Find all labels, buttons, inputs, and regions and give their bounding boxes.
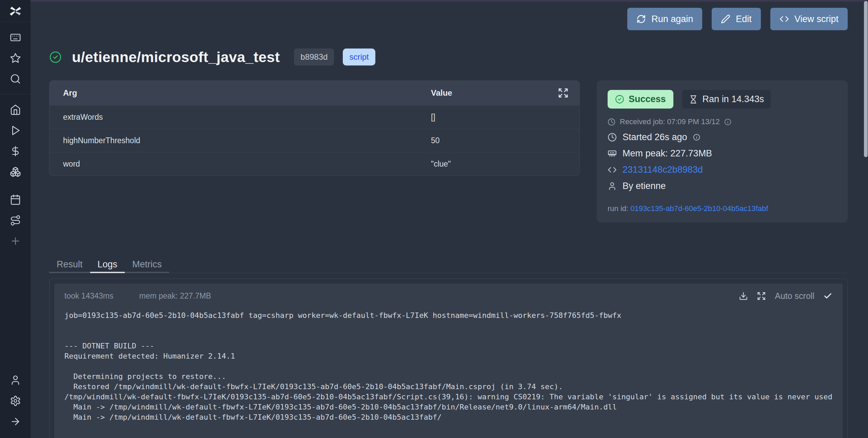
table-row: word "clue" bbox=[50, 152, 579, 175]
arg-name: word bbox=[63, 159, 431, 169]
expand-logs-icon[interactable] bbox=[757, 291, 766, 301]
status-badge: Success bbox=[608, 90, 673, 109]
sidebar-divider bbox=[0, 22, 31, 22]
arg-value: [] bbox=[431, 113, 566, 122]
code-icon bbox=[780, 14, 789, 24]
run-info-panel: Success Ran in 14.343s Received job: 07:… bbox=[597, 80, 848, 223]
memory-stick-icon bbox=[608, 149, 617, 158]
clock-icon bbox=[608, 133, 617, 142]
log-took: took 14343ms bbox=[64, 291, 113, 301]
variables-dollar-icon[interactable] bbox=[7, 143, 23, 159]
arg-value: 50 bbox=[431, 136, 566, 145]
favorites-star-icon[interactable] bbox=[7, 50, 23, 66]
log-line bbox=[64, 361, 832, 372]
create-plus-icon[interactable] bbox=[7, 233, 23, 249]
auto-scroll-checkbox[interactable] bbox=[823, 291, 832, 301]
window-top-edge bbox=[0, 0, 868, 2]
view-script-button[interactable]: View script bbox=[770, 8, 848, 30]
run-again-label: Run again bbox=[651, 14, 693, 24]
logs-section: took 14343ms mem peak: 227.7MB bbox=[49, 279, 848, 438]
sidebar bbox=[0, 0, 31, 438]
mem-peak-row: Mem peak: 227.73MB bbox=[608, 148, 837, 159]
hash-badge: b8983d bbox=[294, 49, 334, 65]
windmill-logo[interactable] bbox=[8, 0, 22, 22]
schedules-calendar-icon[interactable] bbox=[7, 192, 23, 207]
log-toolbar: took 14343ms mem peak: 227.7MB bbox=[54, 284, 843, 302]
log-line bbox=[64, 433, 832, 438]
arg-name: extraWords bbox=[63, 113, 431, 122]
args-column-header: Arg bbox=[63, 88, 431, 98]
page-title: u/etienne/microsoft_java_test bbox=[72, 49, 280, 65]
user-icon[interactable] bbox=[7, 372, 23, 388]
settings-gear-icon[interactable] bbox=[7, 393, 23, 408]
scrollbar-thumb[interactable] bbox=[864, 1, 868, 157]
collapse-arrow-icon[interactable] bbox=[7, 414, 23, 429]
page-scrollbar bbox=[863, 0, 868, 438]
expand-args-icon[interactable] bbox=[558, 88, 569, 98]
log-output[interactable]: job=0193c135-ab7d-60e5-2b10-04b5ac13fabf… bbox=[54, 302, 843, 438]
hourglass-icon bbox=[689, 95, 698, 104]
run-id-row: run id: 0193c135-ab7d-60e5-2b10-04b5ac13… bbox=[608, 204, 837, 213]
script-hash-row: 23131148c2b8983d bbox=[608, 165, 837, 175]
main-content: Run again Edit View script u/etie bbox=[31, 0, 868, 438]
edit-button[interactable]: Edit bbox=[712, 8, 761, 30]
sidebar-divider bbox=[0, 94, 31, 94]
app-launcher-icon[interactable] bbox=[7, 30, 23, 45]
log-line bbox=[64, 422, 832, 433]
log-line: Main -> /tmp/windmill/wk-default-fbwfx-L… bbox=[64, 402, 832, 412]
arg-value: "clue" bbox=[431, 159, 566, 169]
log-line: Restored /tmp/windmill/wk-default-fbwfx-… bbox=[64, 382, 832, 392]
log-panel: took 14343ms mem peak: 227.7MB bbox=[54, 284, 843, 438]
script-type-badge: script bbox=[343, 49, 375, 65]
info-icon[interactable] bbox=[724, 118, 731, 126]
home-icon[interactable] bbox=[7, 102, 23, 117]
info-icon[interactable] bbox=[693, 134, 700, 141]
success-check-icon bbox=[49, 51, 62, 63]
tab-logs[interactable]: Logs bbox=[90, 257, 125, 273]
log-line: job=0193c135-ab7d-60e5-2b10-04b5ac13fabf… bbox=[64, 310, 832, 321]
edit-label: Edit bbox=[736, 14, 752, 24]
log-line: --- DOTNET BUILD --- bbox=[64, 341, 832, 351]
log-line: Requirement detected: Humanizer 2.14.1 bbox=[64, 351, 832, 361]
log-line: Determining projects to restore... bbox=[64, 372, 832, 382]
log-line bbox=[64, 331, 832, 341]
duration-chip: Ran in 14.343s bbox=[682, 90, 771, 109]
clock-icon bbox=[608, 118, 615, 126]
code-icon bbox=[608, 165, 617, 174]
script-hash-link[interactable]: 23131148c2b8983d bbox=[623, 165, 703, 175]
tab-metrics[interactable]: Metrics bbox=[125, 257, 169, 273]
value-column-header: Value bbox=[431, 88, 566, 98]
args-table-header: Arg Value bbox=[50, 81, 579, 105]
created-by-row: By etienne bbox=[608, 181, 837, 191]
started-row: Started 26s ago bbox=[608, 132, 837, 142]
runs-play-icon[interactable] bbox=[7, 122, 23, 138]
log-line bbox=[64, 321, 832, 331]
run-id-link[interactable]: 0193c135-ab7d-60e5-2b10-04b5ac13fabf bbox=[630, 204, 768, 213]
result-tabs: Result Logs Metrics bbox=[49, 257, 848, 273]
search-icon[interactable] bbox=[7, 71, 23, 87]
log-mem-peak: mem peak: 227.7MB bbox=[139, 291, 211, 301]
run-again-button[interactable]: Run again bbox=[627, 8, 702, 30]
log-line: Main -> /tmp/windmill/wk-default-fbwfx-L… bbox=[64, 412, 832, 422]
view-script-label: View script bbox=[794, 14, 839, 24]
job-header: u/etienne/microsoft_java_test b8983d scr… bbox=[49, 49, 848, 65]
refresh-icon bbox=[636, 14, 646, 24]
check-circle-icon bbox=[615, 95, 624, 104]
download-logs-icon[interactable] bbox=[739, 291, 748, 301]
tab-result[interactable]: Result bbox=[49, 257, 90, 273]
flows-route-icon[interactable] bbox=[7, 212, 23, 228]
auto-scroll-label: Auto scroll bbox=[775, 291, 814, 301]
received-row: Received job: 07:09 PM 13/12 bbox=[608, 117, 837, 126]
resources-boxes-icon[interactable] bbox=[7, 164, 23, 179]
action-toolbar: Run again Edit View script bbox=[49, 8, 848, 30]
user-icon bbox=[608, 182, 617, 191]
pencil-icon bbox=[721, 14, 730, 24]
args-table: Arg Value extraWords [] highNumberThresh… bbox=[49, 80, 580, 176]
table-row: highNumberThreshold 50 bbox=[50, 129, 579, 152]
log-line: /tmp/windmill/wk-default-fbwfx-L7IeK/019… bbox=[64, 392, 832, 402]
table-row: extraWords [] bbox=[50, 105, 579, 129]
arg-name: highNumberThreshold bbox=[63, 136, 431, 145]
